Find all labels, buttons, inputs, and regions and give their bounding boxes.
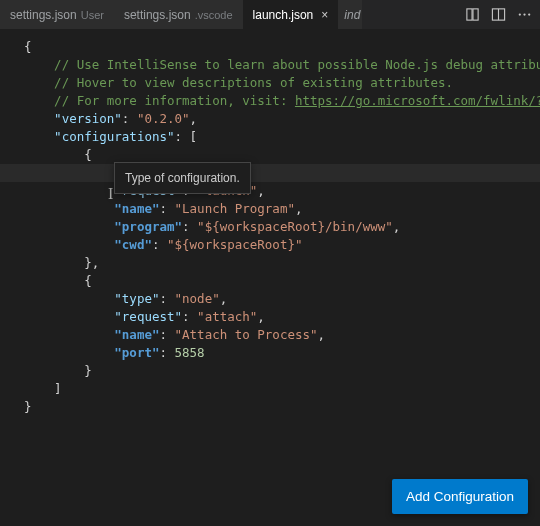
tab-subtitle: User — [81, 9, 104, 21]
code-comment: // For more information, visit: — [54, 93, 295, 108]
text-cursor-icon: I — [108, 185, 113, 203]
json-key: "name" — [114, 201, 159, 216]
json-string: "node" — [175, 291, 220, 306]
tab-title: ind — [344, 8, 360, 22]
code-comment: // Hover to view descriptions of existin… — [54, 75, 453, 90]
add-configuration-button[interactable]: Add Configuration — [392, 479, 528, 514]
svg-point-6 — [528, 13, 530, 15]
code-comment: // Use IntelliSense to learn about possi… — [54, 57, 540, 72]
json-key: "type" — [114, 291, 159, 306]
compare-icon[interactable] — [462, 5, 482, 25]
comment-link[interactable]: https://go.microsoft.com/fwlink/?li — [295, 93, 540, 108]
code-editor[interactable]: { // Use IntelliSense to learn about pos… — [0, 30, 540, 526]
json-key: "cwd" — [114, 237, 152, 252]
split-editor-icon[interactable] — [488, 5, 508, 25]
json-string: "${workspaceRoot}" — [167, 237, 302, 252]
json-string: "Attach to Process" — [175, 327, 318, 342]
svg-rect-0 — [466, 9, 471, 20]
tab-title: settings.json — [124, 8, 191, 22]
json-string: "${workspaceRoot}/bin/www" — [197, 219, 393, 234]
tab-title: settings.json — [10, 8, 77, 22]
json-key: "port" — [114, 345, 159, 360]
json-key: "configurations" — [54, 129, 174, 144]
json-string: "attach" — [197, 309, 257, 324]
tab-title: launch.json — [253, 8, 314, 22]
tabbar-actions — [462, 5, 540, 25]
svg-rect-1 — [472, 9, 477, 20]
tab-settings-vscode[interactable]: settings.json .vscode — [114, 0, 243, 29]
close-icon[interactable]: × — [321, 8, 328, 22]
json-string: "0.2.0" — [137, 111, 190, 126]
tab-overflow[interactable]: ind — [338, 0, 362, 29]
tab-bar: settings.json User settings.json .vscode… — [0, 0, 540, 30]
hover-tooltip: Type of configuration. — [114, 162, 251, 194]
json-key: "program" — [114, 219, 182, 234]
json-key: "name" — [114, 327, 159, 342]
json-key: "request" — [114, 309, 182, 324]
tab-subtitle: .vscode — [195, 9, 233, 21]
svg-point-4 — [518, 13, 520, 15]
svg-point-5 — [523, 13, 525, 15]
json-key: "version" — [54, 111, 122, 126]
more-icon[interactable] — [514, 5, 534, 25]
tab-launch-json[interactable]: launch.json × — [243, 0, 339, 29]
json-number: 5858 — [175, 345, 205, 360]
json-string: "Launch Program" — [175, 201, 295, 216]
tab-settings-user[interactable]: settings.json User — [0, 0, 114, 29]
